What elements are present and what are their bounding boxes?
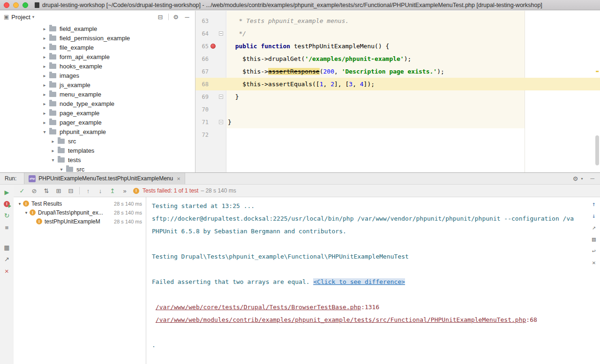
project-tree-item[interactable]: ▾phpunit_example (0, 127, 195, 136)
open-results-icon[interactable]: ↗ (590, 223, 598, 231)
fold-marker-icon[interactable] (219, 31, 223, 36)
test-failed-gutter-icon[interactable] (210, 44, 216, 49)
editor-line[interactable]: 65 public function testPhpUnitExampleMen… (195, 40, 600, 52)
import-test-results-icon[interactable]: ↥ (109, 187, 116, 194)
chevron-down-icon[interactable]: ▾ (50, 157, 56, 163)
hide-toolwindow-icon[interactable]: ─ (590, 175, 594, 182)
fold-marker-icon[interactable] (219, 95, 223, 99)
clear-console-icon[interactable]: × (590, 259, 598, 266)
rerun-button[interactable]: ▶ (3, 188, 11, 196)
console-line: Failed asserting that two arrays are equ… (152, 275, 586, 288)
chevron-right-icon[interactable]: ▸ (41, 82, 48, 88)
editor-line[interactable]: 72 (195, 128, 600, 141)
chevron-down-icon[interactable]: ▾ (16, 201, 23, 206)
project-tree-item[interactable]: ▸node_type_example (0, 99, 195, 108)
chevron-right-icon[interactable]: ▸ (41, 26, 48, 31)
show-passed-icon[interactable]: ✓ (18, 187, 26, 194)
collapse-all-icon[interactable]: ⊟ (67, 187, 75, 194)
project-tree-item[interactable]: ▸field_example (0, 24, 195, 33)
chevron-right-icon[interactable]: ▸ (50, 139, 56, 144)
project-tree-item[interactable]: ▸file_example (0, 43, 195, 52)
chevron-down-icon[interactable]: ▾ (41, 129, 48, 134)
phpstorm-window: drupal-testing-workshop [~/Code/os/drupa… (0, 0, 600, 364)
chevron-right-icon[interactable]: ▸ (41, 64, 48, 69)
run-tab[interactable]: php PHPUnitExampleMenuTest.testPhpUnitEx… (24, 173, 185, 184)
stacktrace-file-link[interactable]: /var/www/web/modules/contrib/examples/ph… (156, 316, 526, 323)
chevron-right-icon[interactable]: ▸ (41, 111, 48, 116)
project-tree-item[interactable]: ▾tests (0, 155, 195, 164)
project-tree-item[interactable]: ▸menu_example (0, 89, 195, 99)
gear-icon[interactable]: ⚙ (172, 14, 180, 21)
chevron-down-icon[interactable]: ▾ (581, 177, 583, 181)
project-tree-item[interactable]: ▸src (0, 136, 195, 146)
previous-failed-test-icon[interactable]: ↑ (84, 187, 92, 194)
toggle-auto-test-button[interactable]: ↻ (3, 211, 11, 220)
soft-wrap-icon[interactable]: ↩ (590, 247, 598, 254)
editor-line[interactable]: 69 } (195, 90, 600, 103)
chevron-right-icon[interactable]: ▸ (41, 101, 48, 106)
editor-line[interactable]: 71} (195, 116, 600, 128)
hide-panel-icon[interactable]: ─ (183, 14, 191, 21)
up-stacktrace-icon[interactable]: ↑ (590, 200, 598, 208)
minimize-window-button[interactable] (13, 2, 19, 8)
collapse-all-icon[interactable]: ⊟ (156, 14, 165, 21)
chevron-right-icon[interactable]: ▸ (41, 73, 48, 78)
chevron-down-icon[interactable]: ▾ (58, 167, 65, 172)
close-tab-icon[interactable]: × (177, 175, 180, 182)
project-tree-item[interactable]: ▸form_api_example (0, 52, 195, 61)
stop-button[interactable]: ■ (3, 223, 11, 231)
warning-stripe-mark[interactable] (596, 71, 599, 72)
rerun-failed-tests-button[interactable] (3, 200, 11, 208)
line-number: 65 (195, 43, 209, 50)
more-icon[interactable]: » (121, 187, 128, 194)
project-tree-item[interactable]: ▸templates (0, 146, 195, 155)
chevron-down-icon[interactable]: ▾ (23, 210, 30, 215)
test-results-tree: ▾Test Results28 s 140 ms▾Drupal\Tests\ph… (14, 197, 146, 364)
project-tree-item[interactable]: ▾src (0, 164, 195, 172)
editor[interactable]: 63 * Tests phpunit_example menus.64 */65… (195, 11, 600, 172)
project-tree-item[interactable]: ▸pager_example (0, 118, 195, 127)
chevron-down-icon[interactable]: ▾ (32, 15, 35, 19)
project-tree-item[interactable]: ▸images (0, 71, 195, 80)
close-window-button[interactable] (4, 2, 9, 8)
editor-scrollbar-thumb[interactable] (595, 135, 599, 165)
editor-line[interactable]: 63 * Tests phpunit_example menus. (195, 15, 600, 27)
project-tree-item[interactable]: ▸js_example (0, 80, 195, 89)
down-stacktrace-icon[interactable]: ↓ (590, 212, 598, 219)
jump-to-source-button[interactable]: ↗ (3, 255, 11, 263)
test-tree-item[interactable]: ▾Test Results28 s 140 ms (14, 199, 146, 208)
chevron-right-icon[interactable]: ▸ (50, 148, 56, 153)
zoom-window-button[interactable] (22, 2, 28, 8)
chevron-right-icon[interactable]: ▸ (41, 92, 48, 97)
project-panel-title[interactable]: Project (11, 14, 30, 21)
console-text: Testing Drupal\Tests\phpunit_example\Fun… (152, 253, 409, 260)
next-failed-test-icon[interactable]: ↓ (97, 187, 104, 194)
folder-icon (49, 92, 56, 97)
chevron-right-icon[interactable]: ▸ (41, 45, 48, 50)
editor-line[interactable]: 66 $this->drupalGet('/examples/phpunit-e… (195, 52, 600, 65)
restore-layout-button[interactable]: ▦ (3, 243, 11, 252)
close-panel-button[interactable]: × (3, 267, 11, 275)
see-difference-link[interactable]: <Click to see difference> (313, 278, 405, 285)
run-toolbar-vertical: ▶ ↻ ■ ▦ ↗ × (0, 185, 14, 364)
stacktrace-file-link[interactable]: /var/www/web/core/tests/Drupal/Tests/Bro… (156, 304, 361, 311)
editor-line[interactable]: 68 $this->assertEquals([1, 2], [3, 4]); (195, 78, 600, 90)
show-ignored-icon[interactable]: ⊘ (30, 187, 38, 194)
gear-icon[interactable]: ⚙ (573, 175, 578, 182)
chevron-right-icon[interactable]: ▸ (41, 54, 48, 59)
project-tree-item[interactable]: ▸field_permission_example (0, 33, 195, 43)
editor-line[interactable]: 70 (195, 103, 600, 116)
chevron-right-icon[interactable]: ▸ (41, 36, 48, 41)
expand-all-icon[interactable]: ⊞ (55, 187, 62, 194)
project-tree-item[interactable]: ▸page_example (0, 108, 195, 118)
fold-marker-icon[interactable] (219, 120, 223, 124)
console-line (152, 263, 586, 275)
test-tree-item[interactable]: testPhpUnitExampleM28 s 140 ms (14, 217, 146, 226)
chevron-right-icon[interactable]: ▸ (41, 120, 48, 125)
project-tree-item[interactable]: ▸hooks_example (0, 61, 195, 71)
editor-line[interactable]: 67 $this->assertResponse(200, 'Descripti… (195, 65, 600, 78)
sort-by-duration-icon[interactable]: ⇅ (43, 187, 50, 194)
test-tree-item[interactable]: ▾Drupal\Tests\phpunit_ex...28 s 140 ms (14, 208, 146, 217)
print-icon[interactable]: ▤ (590, 235, 598, 243)
editor-line[interactable]: 64 */ (195, 27, 600, 40)
